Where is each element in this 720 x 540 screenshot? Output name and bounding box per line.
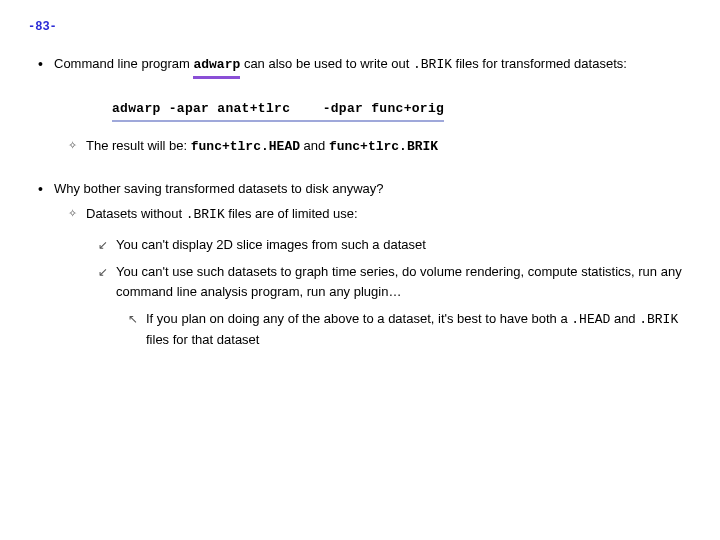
bullet-limited-use: Datasets without .BRIK files are of limi… [86, 204, 692, 225]
bullet-advice: If you plan on doing any of the above to… [146, 309, 692, 349]
text: The result will be: [86, 138, 191, 153]
text: files for that dataset [146, 332, 259, 347]
cmd-part-1: adwarp -apar anat+tlrc [112, 101, 290, 116]
text: and [300, 138, 329, 153]
filename-head: func+tlrc.HEAD [191, 139, 300, 154]
text: Datasets without [86, 206, 186, 221]
filename-brik: func+tlrc.BRIK [329, 139, 438, 154]
bullet-adwarp-intro: Command line program adwarp can also be … [54, 54, 692, 79]
file-ext-brik: .BRIK [639, 312, 678, 327]
slide-page: -83- Command line program adwarp can als… [0, 0, 720, 375]
page-number: -83- [28, 18, 692, 36]
file-ext: .BRIK [186, 207, 225, 222]
command-line-example: adwarp -apar anat+tlrc -dpar func+orig [28, 93, 692, 137]
text: If you plan on doing any of the above to… [146, 311, 571, 326]
bullet-cant-display: You can't display 2D slice images from s… [116, 235, 692, 255]
cmd-part-2: -dpar func+orig [323, 101, 445, 116]
bullet-cant-graph: You can't use such datasets to graph tim… [116, 262, 692, 301]
file-ext: .BRIK [413, 57, 452, 72]
text: files are of limited use: [225, 206, 358, 221]
text: files for transformed datasets: [452, 56, 627, 71]
bullet-why-bother: Why bother saving transformed datasets t… [54, 179, 692, 199]
text: can also be used to write out [240, 56, 413, 71]
bullet-result: The result will be: func+tlrc.HEAD and f… [86, 136, 692, 157]
program-name: adwarp [193, 55, 240, 79]
text: Command line program [54, 56, 193, 71]
file-ext-head: .HEAD [571, 312, 610, 327]
command-text: adwarp -apar anat+tlrc -dpar func+orig [112, 99, 444, 123]
text: and [610, 311, 639, 326]
